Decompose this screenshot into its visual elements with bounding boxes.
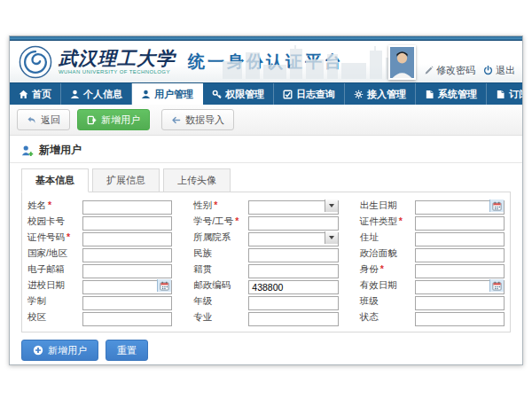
- identity-input[interactable]: [415, 264, 505, 278]
- student-id-input[interactable]: [248, 216, 338, 231]
- nav-tab-label: 系统管理: [438, 88, 477, 101]
- nav-tab-label: 用户管理: [154, 88, 193, 101]
- log-icon: [283, 90, 293, 99]
- calendar-icon[interactable]: [489, 200, 504, 212]
- back-button-label: 返回: [41, 113, 60, 127]
- required-marker: *: [399, 215, 403, 226]
- politics-input[interactable]: [415, 248, 505, 262]
- tab-extended-info[interactable]: 扩展信息: [92, 168, 160, 192]
- form-field-school-system: 学制: [27, 294, 172, 309]
- data-import-label: 数据导入: [185, 113, 224, 127]
- field-label: 邮政编码: [193, 279, 248, 292]
- permission-icon: [212, 90, 222, 99]
- logout-label: 退出: [496, 64, 515, 77]
- id-type-input[interactable]: [415, 216, 505, 231]
- nav-tab-access[interactable]: 接入管理: [345, 83, 416, 105]
- add-user-icon: [87, 115, 97, 125]
- field-control: [248, 215, 338, 229]
- form-field-country: 国家/地区: [27, 246, 172, 261]
- change-password-link[interactable]: 修改密码: [424, 64, 475, 77]
- address-input[interactable]: [415, 232, 505, 246]
- form-field-identity: 身份*: [360, 262, 505, 277]
- field-control: [248, 246, 338, 261]
- reset-button[interactable]: 重置: [106, 340, 148, 361]
- change-password-label: 修改密码: [436, 64, 475, 77]
- field-label: 年级: [193, 295, 248, 308]
- form-field-address: 住址: [360, 231, 505, 245]
- nav-tab-home[interactable]: 首页: [10, 83, 61, 105]
- nav-tab-permissions[interactable]: 权限管理: [203, 83, 274, 105]
- field-control: [248, 199, 338, 213]
- user-avatar[interactable]: [388, 45, 416, 80]
- nav-tab-system[interactable]: 系统管理: [416, 83, 487, 105]
- form-field-name: 姓名*: [27, 199, 172, 213]
- form-field-politics: 政治面貌: [360, 246, 505, 261]
- file-icon: [425, 90, 434, 99]
- field-label: 进校日期: [27, 279, 82, 292]
- dropdown-arrow-icon[interactable]: [325, 231, 338, 244]
- field-control: [415, 199, 505, 213]
- field-label: 证件类型*: [360, 215, 415, 228]
- field-label: 学号/工号*: [193, 215, 248, 228]
- email-input[interactable]: [82, 264, 172, 278]
- field-control: [82, 215, 172, 229]
- university-name-cn: 武汉理工大学: [59, 49, 176, 67]
- field-control: [82, 199, 172, 213]
- calendar-icon[interactable]: [157, 279, 171, 292]
- campus-card-input[interactable]: [82, 216, 172, 231]
- field-control: [82, 310, 172, 325]
- tab-basic-info[interactable]: 基本信息: [21, 168, 89, 192]
- submit-add-user-button[interactable]: 新增用户: [21, 340, 98, 361]
- form-field-birth-date: 出生日期: [360, 199, 505, 213]
- field-label: 住址: [360, 231, 415, 244]
- nav-bar: 首页个人信息用户管理权限管理日志查询接入管理系统管理订阅管理: [10, 82, 522, 105]
- nav-tab-users[interactable]: 用户管理: [132, 83, 203, 105]
- tab-upload-avatar[interactable]: 上传头像: [163, 168, 231, 192]
- field-control: [82, 294, 172, 309]
- field-control: [415, 231, 505, 245]
- form-field-department: 所属院系: [193, 231, 338, 245]
- field-label: 专业: [193, 311, 248, 324]
- postal-code-input[interactable]: [248, 280, 338, 294]
- field-control: [82, 278, 172, 293]
- field-label: 身份*: [360, 263, 415, 276]
- nav-tab-subscription[interactable]: 订阅管理: [487, 83, 523, 105]
- plus-circle-icon: [33, 345, 43, 356]
- field-control: [415, 262, 505, 277]
- field-control: [248, 262, 338, 277]
- form-field-campus: 校区: [27, 310, 172, 325]
- status-input[interactable]: [415, 312, 505, 326]
- submit-add-user-label: 新增用户: [48, 344, 87, 357]
- required-marker: *: [66, 231, 70, 242]
- field-label: 籍贯: [193, 263, 248, 276]
- field-control: [248, 294, 338, 309]
- class-input[interactable]: [415, 296, 505, 310]
- major-input[interactable]: [248, 312, 338, 326]
- school-system-input[interactable]: [82, 296, 172, 310]
- form-field-native-place: 籍贯: [193, 262, 338, 277]
- nav-tab-label: 接入管理: [367, 88, 406, 101]
- nav-tab-logs[interactable]: 日志查询: [274, 83, 345, 105]
- form-field-entry-date: 进校日期: [27, 278, 172, 293]
- ethnicity-input[interactable]: [248, 248, 338, 262]
- data-import-button[interactable]: 数据导入: [161, 109, 234, 130]
- calendar-icon[interactable]: [489, 279, 504, 292]
- file-icon: [496, 90, 505, 99]
- form-panel: 姓名*性别*出生日期校园卡号学号/工号*证件类型*证件号码*所属院系住址国家/地…: [21, 192, 511, 332]
- add-user-toolbar-button[interactable]: 新增用户: [77, 109, 150, 130]
- user-plus-icon: [21, 145, 34, 157]
- dropdown-arrow-icon[interactable]: [325, 200, 338, 212]
- grade-input[interactable]: [248, 296, 338, 310]
- required-marker: *: [214, 200, 217, 210]
- country-input[interactable]: [82, 248, 172, 262]
- back-button[interactable]: 返回: [17, 109, 70, 130]
- nav-tab-profile[interactable]: 个人信息: [61, 83, 132, 105]
- campus-input[interactable]: [82, 312, 172, 326]
- native-place-input[interactable]: [248, 264, 338, 278]
- name-input[interactable]: [82, 200, 172, 215]
- logout-link[interactable]: 退出: [483, 64, 515, 77]
- university-name-en: WUHAN UNIVERSITY OF TECHNOLOGY: [59, 69, 176, 74]
- id-number-input[interactable]: [82, 232, 172, 246]
- form-field-postal-code: 邮政编码: [193, 278, 338, 293]
- form-field-grade: 年级: [193, 294, 338, 309]
